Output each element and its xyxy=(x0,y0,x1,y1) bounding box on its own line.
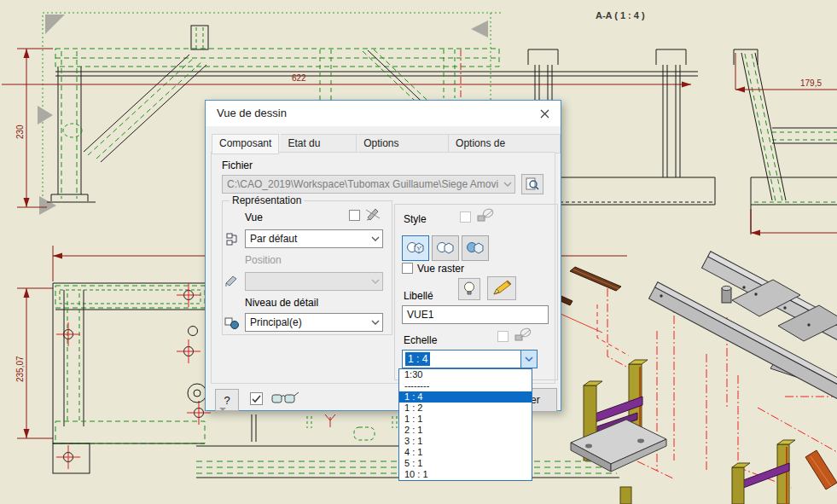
file-label: Fichier xyxy=(222,159,253,171)
tab-etat-du-modele[interactable]: Etat du modèle xyxy=(281,134,357,154)
view-grip-icon[interactable] xyxy=(45,14,65,34)
inventor-drawing-workspace: 622 230 A-A ( 1 : 4 ) xyxy=(0,0,837,504)
magnifier-document-icon xyxy=(525,177,540,191)
style-hidden-lines-button[interactable] xyxy=(402,235,429,261)
scale-option[interactable]: 1:30 xyxy=(399,369,532,380)
dialog-titlebar[interactable]: Vue de dessin xyxy=(206,101,561,126)
dimension-230[interactable]: 230 xyxy=(15,49,53,207)
shaded-style-icon xyxy=(466,240,485,256)
view-grip-icon[interactable] xyxy=(39,196,56,215)
scale-combobox[interactable]: 1 : 4 xyxy=(402,350,538,368)
datum-marker xyxy=(325,414,335,427)
view-grip-icon[interactable] xyxy=(38,106,53,125)
scale-option[interactable]: 4 : 1 xyxy=(399,447,532,458)
lightbulb-icon xyxy=(463,281,475,297)
view-label-input[interactable]: VUE1 xyxy=(402,305,549,324)
svg-text:622: 622 xyxy=(292,73,306,83)
dimension-235[interactable]: 235,07 xyxy=(15,288,53,438)
help-label: ? xyxy=(224,394,230,407)
lod-value: Principal(e) xyxy=(250,316,302,328)
dimension-622[interactable]: 622 xyxy=(2,73,691,88)
scale-option[interactable]: 1 : 1 xyxy=(399,414,532,425)
iso-part-left-leg[interactable] xyxy=(571,360,666,472)
chevron-down-icon xyxy=(368,273,382,290)
scale-option[interactable]: -------- xyxy=(399,380,532,391)
check-icon xyxy=(251,393,262,404)
tab-page-composant: Fichier C:\CAO_2019\Workspace\Tubomax Gu… xyxy=(211,152,555,384)
scale-option[interactable]: 2 : 1 xyxy=(399,425,532,436)
style-label: Style xyxy=(404,213,427,225)
position-select[interactable] xyxy=(245,272,383,291)
dialog-tabs: Composant Etat du modèle Options d'affic… xyxy=(212,134,561,153)
chevron-down-icon xyxy=(500,176,514,193)
file-path: C:\CAO_2019\Workspace\Tubomax Guillaume\… xyxy=(227,178,498,190)
lod-select[interactable]: Principal(e) xyxy=(245,313,383,332)
style-from-base-checkbox[interactable] xyxy=(460,211,471,223)
drawing-view-section[interactable]: A-A ( 1 : 4 ) 179,5 xyxy=(528,10,837,236)
section-view-label: A-A ( 1 : 4 ) xyxy=(596,10,645,20)
help-button[interactable]: ? xyxy=(215,389,239,411)
chevron-down-icon xyxy=(368,230,382,247)
edit-pencil-button[interactable] xyxy=(487,276,516,300)
scale-option[interactable]: 1 : 4 xyxy=(399,391,532,403)
glasses-icon xyxy=(270,391,299,410)
view-label-value: VUE1 xyxy=(407,309,433,321)
preview-checkbox[interactable] xyxy=(250,392,263,405)
label-label: Libellé xyxy=(404,290,433,302)
view-rep-label: Vue xyxy=(245,211,263,223)
level-of-detail-icon xyxy=(224,316,240,333)
view-rep-checkbox[interactable] xyxy=(349,210,360,221)
scale-from-base-checkbox[interactable] xyxy=(497,331,509,342)
chevron-down-icon[interactable] xyxy=(520,350,537,368)
representation-legend: Représentation xyxy=(230,194,304,206)
style-group: Style xyxy=(394,204,558,380)
sketch-pencil-icon xyxy=(364,206,381,224)
svg-text:235,07: 235,07 xyxy=(15,356,25,382)
lightbulb-button[interactable] xyxy=(458,278,480,300)
dialog-title: Vue de dessin xyxy=(217,101,287,126)
svg-text:230: 230 xyxy=(15,125,25,139)
view-representation-select[interactable]: Par défaut xyxy=(245,229,383,248)
drawing-view-isometric[interactable] xyxy=(553,252,837,504)
browse-file-button[interactable] xyxy=(521,174,543,194)
scale-option[interactable]: 5 : 1 xyxy=(399,458,532,469)
svg-text:179,5: 179,5 xyxy=(800,78,822,88)
style-link-icon xyxy=(475,207,496,227)
dimension-lower[interactable] xyxy=(751,209,837,236)
close-icon xyxy=(540,109,549,119)
raster-view-label: Vue raster xyxy=(417,263,464,275)
view-representation-value: Par défaut xyxy=(250,233,297,245)
view-grip-icon[interactable] xyxy=(471,20,488,38)
scale-label: Echelle xyxy=(404,334,437,346)
close-button[interactable] xyxy=(533,104,555,123)
style-shaded-button[interactable] xyxy=(462,235,489,261)
scale-value: 1 : 4 xyxy=(405,352,430,366)
drawing-view-dialog: Vue de dessin Composant Etat du modèle O… xyxy=(205,100,561,411)
raster-view-checkbox[interactable] xyxy=(402,263,413,274)
file-combobox[interactable]: C:\CAO_2019\Workspace\Tubomax Guillaume\… xyxy=(222,175,515,194)
hidden-lines-style-icon xyxy=(406,240,425,256)
tab-options-affichage[interactable]: Options d'affichage xyxy=(357,134,449,154)
lod-label: Niveau de détail xyxy=(245,297,318,309)
scale-dropdown-list[interactable]: 1:30--------1 : 41 : 21 : 12 : 13 : 14 :… xyxy=(398,368,532,481)
dimension-179[interactable]: 179,5 xyxy=(735,53,837,93)
pencil-icon xyxy=(491,279,513,298)
iso-part-brown-slat[interactable] xyxy=(553,267,621,305)
scale-option[interactable]: 1 : 2 xyxy=(399,403,532,414)
style-no-hidden-lines-button[interactable] xyxy=(432,235,459,261)
position-label: Position xyxy=(245,254,282,266)
no-hidden-lines-style-icon xyxy=(436,240,455,256)
tab-composant[interactable]: Composant xyxy=(212,134,279,154)
position-flag-icon xyxy=(224,273,240,291)
scale-option[interactable]: 3 : 1 xyxy=(399,436,532,447)
view-representation-icon xyxy=(226,232,241,249)
chevron-down-icon xyxy=(368,314,382,331)
scale-link-icon xyxy=(513,327,533,346)
representation-group: Représentation Vue xyxy=(222,200,392,335)
iso-part-ladder-frame[interactable] xyxy=(648,252,837,399)
tab-options-recuperation[interactable]: Options de récupération xyxy=(449,134,561,154)
scale-option[interactable]: 10 : 1 xyxy=(399,469,532,480)
